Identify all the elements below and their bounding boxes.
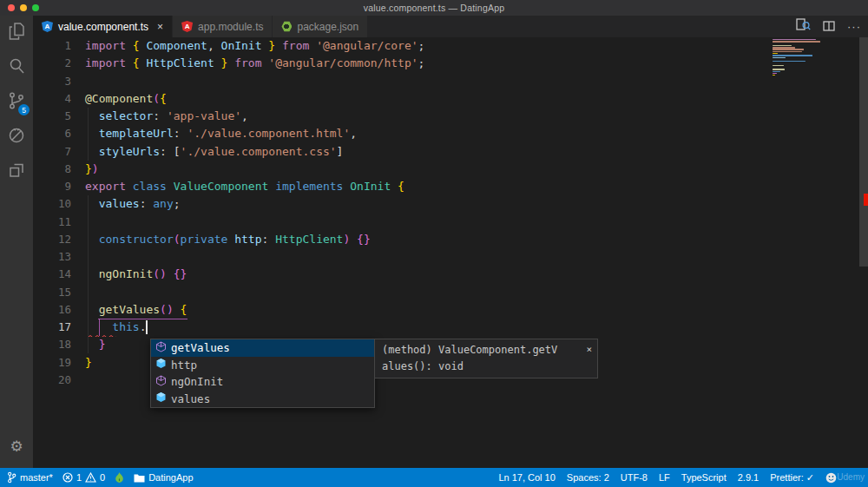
- tab-label: package.json: [297, 21, 358, 33]
- open-changes-icon[interactable]: [796, 18, 811, 35]
- line-content: import { HttpClient } from '@angular/com…: [85, 55, 424, 72]
- minimap-line: [773, 53, 778, 54]
- code-line[interactable]: 15: [33, 284, 868, 301]
- suggest-label: getValues: [171, 341, 230, 354]
- flame-status[interactable]: [115, 472, 124, 484]
- angular-ts-icon: A: [42, 21, 53, 32]
- editor-content[interactable]: 1import { Component, OnInit } from '@ang…: [33, 37, 868, 468]
- activity-search[interactable]: [0, 50, 33, 85]
- method-icon: [155, 341, 167, 355]
- code-line[interactable]: 3: [33, 73, 868, 90]
- overview-error-marker: [864, 194, 868, 206]
- line-number: 8: [33, 161, 71, 178]
- suggest-docs: × (method) ValueComponent.getV alues(): …: [374, 339, 598, 378]
- line-number: 10: [33, 195, 71, 213]
- line-content: ngOnInit() {}: [85, 266, 187, 283]
- minimap-line: [773, 57, 786, 58]
- status-item[interactable]: Ln 17, Col 10: [498, 472, 555, 484]
- debug-disabled-icon: [6, 125, 27, 149]
- docs-line1: (method) ValueComponent.getV: [382, 342, 590, 359]
- indent-guide: [88, 108, 89, 161]
- activity-explorer[interactable]: [0, 16, 33, 50]
- scrollbar-thumb[interactable]: [859, 37, 868, 267]
- line-content: values: any;: [85, 195, 181, 213]
- code-line[interactable]: 4@Component({: [33, 90, 868, 108]
- status-item[interactable]: Prettier: ✓: [770, 472, 814, 484]
- code-line[interactable]: 2import { HttpClient } from '@angular/co…: [33, 55, 868, 72]
- line-number: 16: [33, 301, 71, 319]
- tab-close-icon[interactable]: ×: [157, 21, 163, 33]
- field-icon: [155, 358, 167, 372]
- tab-app-module-ts[interactable]: A app.module.ts: [173, 16, 273, 37]
- docs-close-icon[interactable]: ×: [586, 341, 592, 358]
- activity-bar: 5 ⚙: [0, 16, 33, 468]
- tab-value-component-ts[interactable]: A value.component.ts ×: [33, 16, 173, 37]
- line-number: 20: [33, 372, 71, 389]
- tab-label: app.module.ts: [198, 21, 263, 33]
- tab-bar: A value.component.ts × A app.module.ts p…: [33, 16, 868, 37]
- traffic-lights: [8, 4, 39, 11]
- more-actions-icon[interactable]: ···: [847, 20, 861, 33]
- activity-debug[interactable]: [0, 120, 33, 155]
- code-line[interactable]: 16 getValues() {: [33, 301, 868, 319]
- minimap-line: [773, 51, 802, 52]
- code-line[interactable]: 7 styleUrls: ['./value.component.css']: [33, 143, 868, 161]
- title-bar: value.component.ts — DatingApp: [0, 0, 868, 16]
- suggest-widget: getValueshttpngOnInitvalues: [150, 339, 375, 408]
- suggest-item-values[interactable]: values: [151, 391, 374, 408]
- problems-status[interactable]: 1 0: [62, 472, 105, 483]
- suggest-item-http[interactable]: http: [151, 357, 374, 374]
- settings-gear-icon[interactable]: ⚙: [0, 438, 33, 456]
- editor-actions: ···: [796, 16, 861, 37]
- folder-icon: [134, 473, 145, 483]
- line-number: 9: [33, 178, 71, 195]
- editor-group: A value.component.ts × A app.module.ts p…: [33, 16, 868, 468]
- feedback-smiley-icon[interactable]: [825, 472, 837, 484]
- close-window-icon[interactable]: [8, 4, 15, 11]
- git-branch-status[interactable]: master*: [7, 471, 53, 484]
- minimap-line: [773, 73, 777, 74]
- maximize-window-icon[interactable]: [32, 4, 39, 11]
- split-editor-icon[interactable]: [823, 19, 835, 35]
- code-line[interactable]: 14 ngOnInit() {}: [33, 266, 868, 283]
- status-item[interactable]: Spaces: 2: [567, 472, 609, 484]
- line-content: }: [85, 354, 92, 372]
- suggest-item-ngOnInit[interactable]: ngOnInit: [151, 373, 374, 391]
- line-number: 7: [33, 143, 71, 161]
- suggest-label: http: [171, 359, 197, 372]
- error-icon: [62, 472, 73, 483]
- code-line[interactable]: 9export class ValueComponent implements …: [33, 178, 868, 195]
- minimap-line: [773, 61, 806, 62]
- minimap-line: [773, 69, 785, 69]
- docs-line2: alues(): void: [382, 359, 590, 375]
- line-number: 12: [33, 231, 71, 248]
- activity-source-control[interactable]: 5: [0, 85, 33, 120]
- suggest-item-getValues[interactable]: getValues: [151, 339, 374, 357]
- tab-package-json[interactable]: package.json: [273, 16, 368, 37]
- line-content: @Component({: [85, 90, 167, 108]
- status-item[interactable]: LF: [659, 472, 670, 484]
- code-line[interactable]: 8}): [33, 161, 868, 178]
- code-line[interactable]: 1import { Component, OnInit } from '@ang…: [33, 37, 868, 55]
- code-line[interactable]: 10 values: any;: [33, 195, 868, 213]
- status-item[interactable]: 2.9.1: [738, 472, 759, 484]
- code-line[interactable]: 17 this.: [33, 319, 868, 336]
- activity-extensions[interactable]: [0, 155, 33, 189]
- status-item[interactable]: TypeScript: [681, 472, 727, 484]
- minimap-line: [773, 65, 784, 66]
- flame-icon: [115, 472, 124, 484]
- code-line[interactable]: 13: [33, 248, 868, 266]
- minimize-window-icon[interactable]: [20, 4, 27, 11]
- code-line[interactable]: 6 templateUrl: './value.component.html',: [33, 125, 868, 142]
- line-content: templateUrl: './value.component.html',: [85, 125, 357, 142]
- folder-status[interactable]: DatingApp: [134, 472, 193, 483]
- code-line[interactable]: 12 constructor(private http: HttpClient)…: [33, 231, 868, 248]
- code-line[interactable]: 5 selector: 'app-value',: [33, 108, 868, 125]
- tab-label: value.component.ts: [58, 21, 148, 33]
- code-line[interactable]: 11: [33, 214, 868, 231]
- error-squiggle: [89, 334, 118, 337]
- status-item[interactable]: UTF-8: [621, 472, 648, 484]
- scm-badge: 5: [18, 104, 30, 115]
- line-number: 13: [33, 248, 71, 266]
- minimap[interactable]: [773, 39, 828, 79]
